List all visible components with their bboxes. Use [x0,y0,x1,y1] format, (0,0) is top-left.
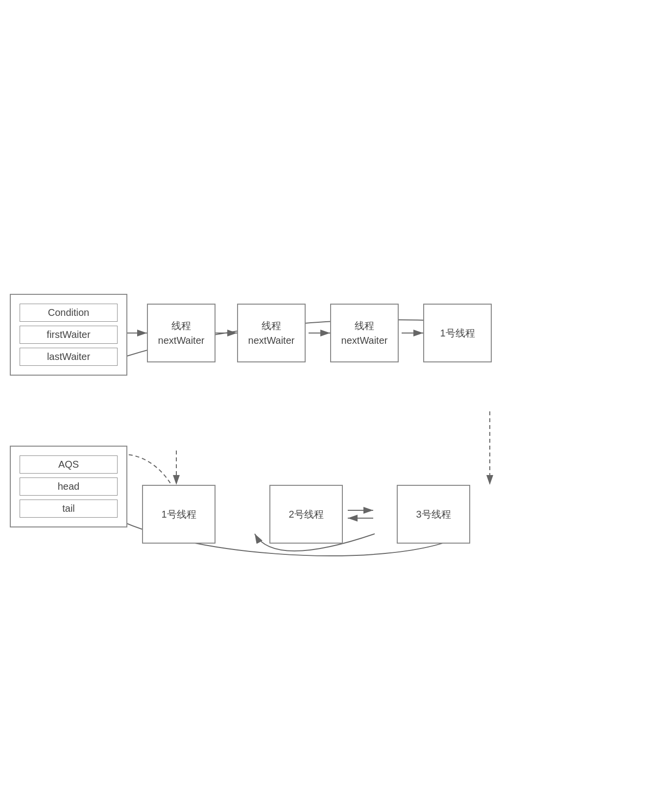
top-thread-3: 线程 nextWaiter [330,304,399,362]
top-thread-4: 1号线程 [423,304,492,362]
condition-struct: Condition firstWaiter lastWaiter [10,294,127,376]
aqs-field: AQS [20,455,118,474]
bottom-thread-3: 3号线程 [397,485,470,544]
tail-field: tail [20,500,118,518]
top-thread-1: 线程 nextWaiter [147,304,216,362]
head-field: head [20,477,118,496]
firstwaiter-field: firstWaiter [20,326,118,344]
bottom-thread-1: 1号线程 [142,485,216,544]
bottom-thread-2: 2号线程 [269,485,343,544]
top-thread-2: 线程 nextWaiter [237,304,306,362]
aqs-struct: AQS head tail [10,446,127,527]
lastwaiter-field: lastWaiter [20,348,118,366]
diagram-container: Condition firstWaiter lastWaiter 线程 next… [5,284,666,637]
condition-field: Condition [20,304,118,322]
